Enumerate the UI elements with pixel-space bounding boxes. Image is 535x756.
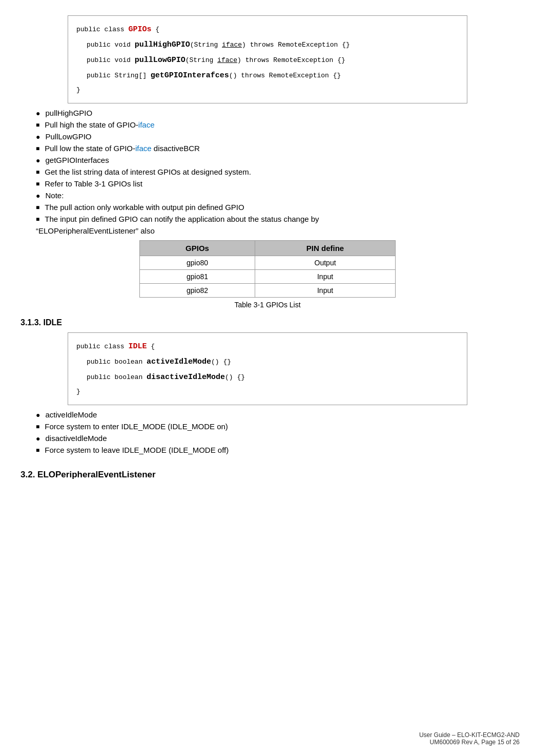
idle-bullet-list: activeIdleMode Force system to enter IDL… bbox=[20, 410, 515, 454]
list-item: getGPIOInterfaces bbox=[20, 156, 515, 164]
footer-line-2: UM600069 Rev A, Page 15 of 26 bbox=[419, 739, 520, 746]
table-row: gpio81 Input bbox=[140, 270, 396, 284]
code-line-5: } bbox=[76, 83, 459, 97]
gpios-bullet-list: pullHighGPIO Pull high the state of GPIO… bbox=[20, 109, 515, 223]
table-cell: Output bbox=[255, 256, 396, 270]
list-item: Force system to leave IDLE_MODE (IDLE_MO… bbox=[20, 446, 515, 454]
table-caption: Table 3-1 GPIOs List bbox=[20, 301, 515, 309]
list-item: disactiveIdleMode bbox=[20, 434, 515, 443]
table-cell: gpio81 bbox=[140, 270, 255, 284]
code-line-2: public void pullHighGPIO(String iface) t… bbox=[76, 37, 459, 53]
list-item: The pull action only workable with outpu… bbox=[20, 203, 515, 212]
list-item: Force system to enter IDLE_MODE (IDLE_MO… bbox=[20, 422, 515, 431]
page-footer: User Guide – ELO-KIT-ECMG2-AND UM600069 … bbox=[419, 731, 520, 746]
table-cell: Input bbox=[255, 284, 396, 298]
list-item: The input pin defined GPIO can notify th… bbox=[20, 215, 515, 223]
idle-code-line-1: public class IDLE { bbox=[76, 339, 459, 354]
list-item: Refer to Table 3-1 GPIOs list bbox=[20, 179, 515, 188]
code-line-4: public String[] getGPIOInterafces() thro… bbox=[76, 68, 459, 83]
note-continuation: “ELOPeripheralEventListener” also bbox=[20, 226, 515, 235]
footer-line-1: User Guide – ELO-KIT-ECMG2-AND bbox=[419, 731, 520, 739]
list-item: pullHighGPIO bbox=[20, 109, 515, 117]
table-cell: gpio80 bbox=[140, 256, 255, 270]
idle-code-line-4: } bbox=[76, 385, 459, 398]
list-item: Pull low the state of GPIO-iface disacti… bbox=[20, 144, 515, 153]
table-cell: gpio82 bbox=[140, 284, 255, 298]
idle-code-line-2: public boolean activeIdleMode() {} bbox=[76, 354, 459, 370]
list-item: Get the list string data of interest GPI… bbox=[20, 167, 515, 176]
table-header-pin-define: PIN define bbox=[255, 241, 396, 256]
idle-code-line-3: public boolean disactiveIdleMode() {} bbox=[76, 370, 459, 385]
code-line-1: public class GPIOs { bbox=[76, 22, 459, 37]
table-cell: Input bbox=[255, 270, 396, 284]
table-header-gpios: GPIOs bbox=[140, 241, 255, 256]
iface-link-2: iface bbox=[135, 144, 152, 153]
list-item: Pull high the state of GPIO-iface bbox=[20, 120, 515, 129]
list-item: activeIdleMode bbox=[20, 410, 515, 419]
code-line-3: public void pullLowGPIO(String iface) th… bbox=[76, 53, 459, 68]
idle-code-block: public class IDLE { public boolean activ… bbox=[68, 332, 467, 405]
list-item: Note: bbox=[20, 191, 515, 200]
gpios-code-block: public class GPIOs { public void pullHig… bbox=[68, 15, 467, 103]
section-idle-heading: 3.1.3. IDLE bbox=[20, 318, 515, 327]
list-item: PullLowGPIO bbox=[20, 132, 515, 141]
gpio-table: GPIOs PIN define gpio80 Output gpio81 In… bbox=[139, 240, 396, 298]
section-32-heading: 3.2. ELOPeripheralEventListener bbox=[20, 470, 515, 480]
table-row: gpio80 Output bbox=[140, 256, 396, 270]
iface-link-1: iface bbox=[138, 120, 155, 129]
table-row: gpio82 Input bbox=[140, 284, 396, 298]
